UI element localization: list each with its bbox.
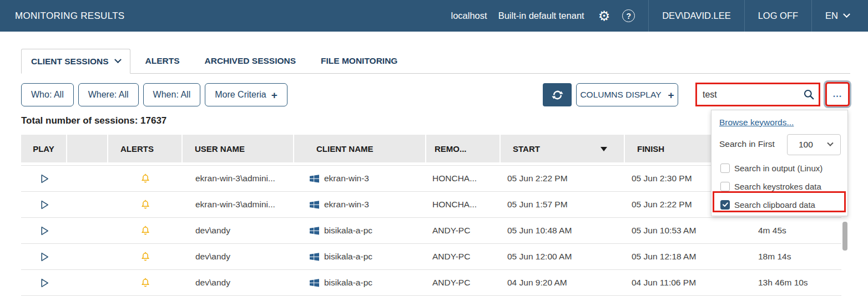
search-in-first-select[interactable]: 100 (787, 134, 841, 155)
row-icon-cell (67, 244, 108, 269)
column-header-finish[interactable]: FINISH (625, 135, 716, 162)
client-name-cell: ekran-win-3 (294, 166, 426, 191)
start-cell: 05 Jun 2:22 PM (501, 166, 625, 191)
filter-when-button[interactable]: When: All (143, 83, 201, 106)
keyword-search-box (695, 83, 820, 106)
column-header-start[interactable]: START (501, 135, 625, 162)
windows-icon (310, 226, 319, 236)
table-row[interactable]: dev\andy bisikala-a-pc ANDY-PC 05 Jun 10… (21, 218, 841, 244)
tenant-name[interactable]: Built-in default tenant (498, 0, 584, 32)
play-button[interactable] (21, 218, 67, 243)
alert-bell-icon (140, 224, 151, 237)
column-header-remote[interactable]: REMO... (426, 135, 501, 162)
table-scrollbar[interactable] (842, 222, 847, 251)
column-header-user-name[interactable]: USER NAME (183, 135, 294, 162)
ellipsis-icon: ... (833, 89, 842, 99)
duration-cell: 13h 46m 10s (716, 270, 841, 295)
alert-bell-icon (140, 172, 151, 185)
client-name-cell: bisikala-a-pc (294, 218, 426, 243)
alert-bell-icon (140, 277, 151, 289)
total-sessions-label: Total number of sessions: 17637 (21, 115, 166, 126)
alerts-cell[interactable] (108, 166, 183, 191)
option-search-clipboard: Search clipboard data (711, 197, 847, 212)
alerts-cell[interactable] (108, 192, 183, 217)
finish-cell: 05 Jun 10:53 AM (625, 218, 716, 243)
play-icon (38, 277, 50, 289)
search-keystrokes-checkbox[interactable] (720, 182, 730, 191)
search-input[interactable] (697, 90, 799, 100)
help-button[interactable]: ? (616, 0, 641, 32)
tab-client-sessions[interactable]: CLIENT SESSIONS (21, 49, 130, 74)
tab-bar: CLIENT SESSIONS ALERTS ARCHIVED SESSIONS… (21, 49, 850, 74)
play-button[interactable] (21, 244, 67, 269)
client-name-cell: bisikala-a-pc (294, 244, 426, 269)
user-name-cell: ekran-win-3\admini... (183, 192, 294, 217)
column-header-client-name[interactable]: CLIENT NAME (294, 135, 426, 162)
plus-icon: + (668, 90, 674, 100)
topbar-right: localhost Built-in default tenant ⚙ ? DE… (451, 0, 868, 32)
user-name-cell: ekran-win-3\admini... (183, 166, 294, 191)
client-name-cell: ekran-win-3 (294, 192, 426, 217)
alert-bell-icon (140, 198, 151, 211)
remote-cell: HONCHA... (426, 192, 501, 217)
sort-descending-icon[interactable] (600, 147, 607, 151)
start-cell: 05 Jun 1:57 PM (501, 192, 625, 217)
alerts-cell[interactable] (108, 270, 183, 295)
table-row[interactable]: dev\andy bisikala-a-pc ANDY-PC 04 Jun 9:… (21, 270, 841, 296)
filter-where-button[interactable]: Where: All (78, 83, 139, 106)
search-options-panel: Browse keywords... Search in First 100 S… (711, 110, 848, 216)
remote-cell: ANDY-PC (426, 244, 501, 269)
row-icon-cell (67, 192, 108, 217)
search-button[interactable] (799, 84, 819, 105)
column-header-empty[interactable] (67, 135, 108, 162)
search-in-first-label: Search in First (719, 139, 775, 149)
duration-cell: 4m 45s (716, 218, 841, 243)
option-search-output-linux: Search in output (Linux) (711, 161, 847, 175)
windows-icon (310, 174, 319, 183)
search-in-first-value: 100 (788, 140, 828, 150)
remote-cell: ANDY-PC (426, 218, 501, 243)
user-name-cell: dev\andy (183, 270, 294, 295)
chevron-down-icon (843, 11, 850, 18)
current-user[interactable]: DEV\DAVID.LEE (648, 0, 744, 32)
search-icon (803, 89, 815, 100)
alert-bell-icon (140, 251, 151, 263)
start-cell: 05 Jun 12:00 AM (501, 244, 625, 269)
search-clipboard-checkbox[interactable] (720, 200, 730, 210)
chevron-down-icon (114, 56, 122, 63)
tab-file-monitoring[interactable]: FILE MONITORING (311, 49, 407, 73)
duration-cell: 18m 14s (716, 244, 841, 269)
settings-button[interactable]: ⚙ (592, 0, 617, 32)
remote-cell: ANDY-PC (426, 270, 501, 295)
language-selector[interactable]: EN (811, 0, 868, 32)
alerts-cell[interactable] (108, 244, 183, 269)
column-header-alerts[interactable]: ALERTS (108, 135, 183, 162)
refresh-button[interactable] (543, 83, 572, 106)
option-search-keystrokes: Search keystrokes data (711, 179, 847, 193)
check-icon (722, 201, 729, 208)
play-button[interactable] (21, 192, 67, 217)
page-title: MONITORING RESULTS (0, 0, 124, 32)
client-name-cell: bisikala-a-pc (294, 270, 426, 295)
columns-display-button[interactable]: COLUMNS DISPLAY + (576, 83, 678, 106)
filter-who-button[interactable]: Who: All (21, 83, 74, 106)
more-criteria-button[interactable]: More Criteria + (205, 83, 287, 106)
filter-row: Who: All Where: All When: All More Crite… (21, 83, 287, 106)
tab-archived-sessions[interactable]: ARCHIVED SESSIONS (195, 49, 306, 73)
play-button[interactable] (21, 270, 67, 295)
play-icon (38, 173, 50, 185)
monitoring-results-page: MONITORING RESULTS localhost Built-in de… (0, 0, 868, 296)
search-options-button[interactable]: ... (825, 82, 850, 106)
remote-cell: HONCHA... (426, 166, 501, 191)
browse-keywords-link[interactable]: Browse keywords... (719, 118, 794, 127)
column-header-play[interactable]: PLAY (21, 135, 67, 162)
alerts-cell[interactable] (108, 218, 183, 243)
row-icon-cell (67, 270, 108, 295)
search-output-linux-checkbox[interactable] (720, 164, 730, 173)
finish-cell: 05 Jun 2:22 PM (625, 192, 716, 217)
table-row[interactable]: dev\andy bisikala-a-pc ANDY-PC 05 Jun 12… (21, 244, 841, 270)
play-button[interactable] (21, 166, 67, 191)
language-label: EN (825, 11, 838, 21)
log-off-button[interactable]: LOG OFF (744, 0, 811, 32)
tab-alerts[interactable]: ALERTS (135, 49, 190, 73)
